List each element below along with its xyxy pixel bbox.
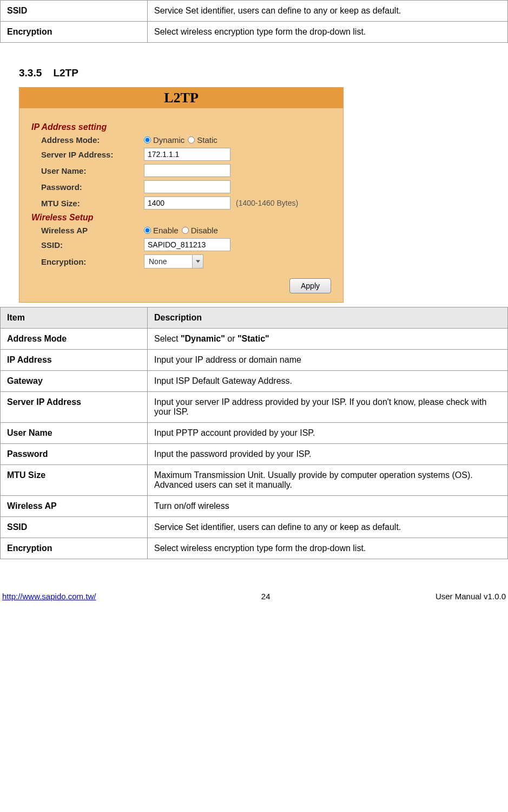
address-mode-row: Address Mode: Dynamic Static [41,135,331,145]
table-row: GatewayInput ISP Default Gateway Address… [1,371,508,392]
table-row: SSID Service Set identifier, users can d… [1,1,508,22]
wireless-ap-label: Wireless AP [41,226,144,235]
item-cell: Encryption [1,538,148,559]
table-row: Server IP AddressInput your server IP ad… [1,392,508,423]
desc-cell: Service Set identifier, users can define… [148,1,508,22]
wireless-section-label: Wireless Setup [31,213,331,222]
item-cell: Address Mode [1,329,148,350]
section-number: 3.3.5 [19,67,42,78]
section-title: L2TP [53,67,78,78]
encryption-select[interactable]: None [144,254,203,269]
static-radio-label: Static [197,135,217,145]
username-row: User Name: [41,164,331,177]
desc-cell: Input ISP Default Gateway Address. [148,371,508,392]
password-label: Password: [41,182,144,192]
header-desc: Description [148,307,508,329]
table-row: Address Mode Select "Dynamic" or "Static… [1,329,508,350]
desc-cell: Service Set identifier, users can define… [148,517,508,538]
desc-cell: Input your server IP address provided by… [148,392,508,423]
dynamic-radio-label: Dynamic [153,135,184,145]
enable-radio-label: Enable [153,226,179,235]
password-input[interactable] [144,180,230,193]
username-input[interactable] [144,164,230,177]
page-footer: http://www.sapido.com.tw/ 24 User Manual… [0,592,508,601]
item-cell: SSID [1,517,148,538]
item-cell: Wireless AP [1,496,148,517]
enable-radio[interactable] [144,227,151,234]
mtu-hint: (1400-1460 Bytes) [236,199,298,207]
table-row: Encryption Select wireless encryption ty… [1,22,508,43]
item-cell: MTU Size [1,465,148,496]
table-row: User NameInput PPTP account provided by … [1,423,508,444]
mtu-row: MTU Size: (1400-1460 Bytes) [41,197,331,209]
description-table: Item Description Address Mode Select "Dy… [0,307,508,559]
static-radio[interactable] [188,136,195,143]
ssid-label: SSID: [41,240,144,250]
table-row: Wireless APTurn on/off wireless [1,496,508,517]
header-item: Item [1,307,148,329]
dynamic-radio[interactable] [144,136,151,143]
footer-url[interactable]: http://www.sapido.com.tw/ [2,592,96,601]
desc-cell: Turn on/off wireless [148,496,508,517]
desc-cell: Select wireless encryption type form the… [148,538,508,559]
page-number: 24 [96,592,436,601]
item-cell: User Name [1,423,148,444]
top-partial-table: SSID Service Set identifier, users can d… [0,0,508,43]
encryption-label: Encryption: [41,257,144,266]
desc-cell: Input PPTP account provided by your ISP. [148,423,508,444]
username-label: User Name: [41,166,144,175]
section-heading: 3.3.5 L2TP [19,67,508,79]
table-row: IP AddressInput your IP address or domai… [1,350,508,371]
desc-cell: Maximum Transmission Unit. Usually provi… [148,465,508,496]
disable-radio[interactable] [182,227,189,234]
table-header-row: Item Description [1,307,508,329]
footer-version: User Manual v1.0.0 [436,592,506,601]
address-mode-label: Address Mode: [41,135,144,145]
desc-cell: Input your IP address or domain name [148,350,508,371]
item-cell: Gateway [1,371,148,392]
desc-cell: Input the password provided by your ISP. [148,444,508,465]
desc-cell: Select wireless encryption type form the… [148,22,508,43]
table-row: PasswordInput the password provided by y… [1,444,508,465]
encryption-value: None [144,257,192,266]
desc-cell: Select "Dynamic" or "Static" [148,329,508,350]
wireless-ap-row: Wireless AP Enable Disable [41,226,331,235]
apply-button[interactable]: Apply [289,278,331,293]
item-cell: IP Address [1,350,148,371]
item-cell: Server IP Address [1,392,148,423]
table-row: EncryptionSelect wireless encryption typ… [1,538,508,559]
ssid-input[interactable] [144,238,230,251]
ssid-row: SSID: [41,238,331,251]
server-ip-row: Server IP Address: [41,148,331,161]
server-ip-input[interactable] [144,148,230,161]
chevron-down-icon [192,255,203,268]
item-cell: Encryption [1,22,148,43]
mtu-input[interactable] [144,197,230,209]
mtu-label: MTU Size: [41,199,144,208]
table-row: MTU SizeMaximum Transmission Unit. Usual… [1,465,508,496]
encryption-row: Encryption: None [41,254,331,269]
password-row: Password: [41,180,331,193]
item-cell: Password [1,444,148,465]
disable-radio-label: Disable [191,226,218,235]
item-cell: SSID [1,1,148,22]
config-screenshot: L2TP IP Address setting Address Mode: Dy… [19,87,344,303]
ip-section-label: IP Address setting [31,122,331,132]
table-row: SSIDService Set identifier, users can de… [1,517,508,538]
server-ip-label: Server IP Address: [41,150,144,159]
screenshot-title: L2TP [19,88,343,108]
